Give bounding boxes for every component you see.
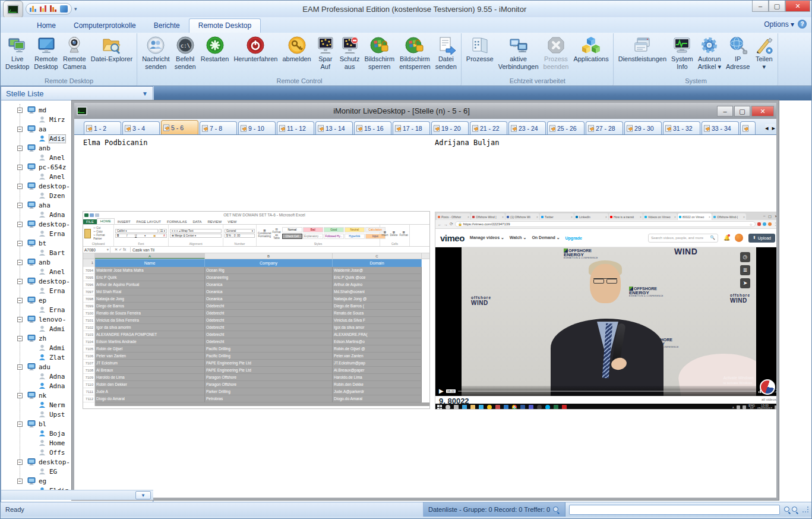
font-style-buttons[interactable]: BIU▾▣A	[115, 234, 167, 238]
notifications-bell-icon[interactable]: 🔔	[723, 235, 729, 241]
browser-reload-icon[interactable]: ⟳	[450, 222, 453, 227]
browser-tab-posts-offshor[interactable]: Posts - Offshor×	[437, 213, 470, 220]
desktop-pair-tab-3-4[interactable]: 3 - 4	[122, 121, 160, 134]
browser-tab-80022-on-vimeo[interactable]: 80022 on Vimeo×	[678, 213, 712, 220]
expand-collapse-icon[interactable]: −	[17, 146, 23, 151]
ribbon-button-spar-auf[interactable]: Spar Auf	[314, 34, 337, 71]
expand-collapse-icon[interactable]: −	[17, 479, 23, 484]
tab-home[interactable]: Home	[28, 19, 65, 33]
taskbar-task-view-icon[interactable]	[454, 405, 459, 410]
excel-data-row[interactable]: 7100Renato de Souza FerreiraOdebrechtRen…	[83, 310, 429, 317]
tab-close-icon[interactable]: ×	[467, 215, 469, 219]
ribbon-button-ip-adresse[interactable]: IP Adresse	[723, 34, 752, 71]
expand-collapse-icon[interactable]: −	[17, 317, 23, 322]
taskbar-chrome-icon[interactable]	[512, 405, 517, 410]
sidebar-scroll-down-icon[interactable]: ▼	[135, 491, 151, 499]
desktop-pair-tab-1-2[interactable]: 1 - 2	[84, 121, 121, 134]
desktop-pair-tab-partial[interactable]	[740, 121, 756, 134]
excel-column-b[interactable]: B	[205, 253, 333, 259]
font-size-select[interactable]: 11 ▾	[159, 229, 167, 233]
ribbon-button-aktive-verbindungen[interactable]: aktive Verbindungen	[496, 34, 541, 71]
tabs-scroll-right-icon[interactable]: ▸	[772, 124, 775, 132]
browser-tab-1-offshore-wi[interactable]: (1) Offshore Wi×	[505, 213, 539, 220]
video-title[interactable]: 9. 80022	[439, 397, 469, 404]
format-button[interactable]: ▦Format	[400, 231, 408, 237]
desktop-pair-tab-13-14[interactable]: 13 - 14	[315, 121, 353, 134]
ribbon-button-bildschirm-sperren[interactable]: Bildschirm sperren	[362, 34, 397, 71]
taskbar-skype-icon[interactable]	[545, 405, 550, 410]
vimeo-logo[interactable]: vimeo	[440, 233, 465, 243]
excel-data-row[interactable]: 7107JT EckstrumPAPE Engineering Pte LtdJ…	[83, 360, 429, 367]
taskbar-file-explorer-icon[interactable]	[470, 405, 475, 410]
remote-window-controls[interactable]: –▢✕	[761, 214, 776, 220]
tab-close-icon[interactable]: ×	[536, 215, 538, 219]
conditional-formatting-button[interactable]: ▦Conditional Formatting	[258, 229, 271, 238]
desktop-pair-tab-23-24[interactable]: 23 - 24	[508, 121, 546, 134]
excel-tab-data[interactable]: DATA	[189, 219, 204, 224]
taskbar-store-icon[interactable]	[479, 405, 484, 410]
expand-collapse-icon[interactable]: −	[17, 260, 23, 265]
tab-close-icon[interactable]: ×	[640, 215, 642, 219]
livedesktop-minimize-button[interactable]: –	[717, 106, 733, 117]
ribbon-button-autorun-artikel[interactable]: Autorun Artikel ▾	[696, 34, 723, 71]
expand-collapse-icon[interactable]: −	[17, 222, 23, 227]
excel-data-row[interactable]: 7103ALEXANDRE FRAGA POMPONETOdebrechtALE…	[83, 331, 429, 338]
desktop-pair-tab-33-34[interactable]: 33 - 34	[702, 121, 739, 134]
ribbon-button-datei-senden[interactable]: Datei senden	[433, 34, 459, 71]
desktop-pair-tab-21-22[interactable]: 21 - 22	[470, 121, 507, 134]
excel-row-number[interactable]: 1	[83, 259, 95, 267]
tab-close-icon[interactable]: ×	[571, 215, 573, 219]
excel-data-row[interactable]: 7096Arthur de Aquino PontualOceanicaArth…	[83, 281, 429, 288]
tab-close-icon[interactable]: ×	[709, 215, 710, 219]
taskbar-start-icon[interactable]	[437, 405, 442, 410]
excel-column-c[interactable]: C	[333, 253, 422, 259]
desktop-pair-tab-19-20[interactable]: 19 - 20	[431, 121, 469, 134]
app-logo-icon[interactable]	[3, 1, 23, 18]
tray-notification-icon[interactable]	[775, 405, 776, 409]
tray-volume-icon[interactable]	[743, 405, 746, 409]
desktop-pair-tab-17-18[interactable]: 17 - 18	[393, 121, 430, 134]
ribbon-button-applications[interactable]: Applications	[571, 34, 611, 71]
vimeo-nav-manage[interactable]: Manage videos ⌄	[470, 235, 504, 240]
ribbon-button-prozesse[interactable]: Prozesse	[464, 34, 496, 71]
style-chip-bad[interactable]: Bad	[303, 227, 323, 232]
excel-data-row[interactable]: 7110Robin den DekkerParagon OffshoreRobi…	[83, 381, 429, 388]
excel-data-row[interactable]: 7099Diego de BarrosOdebrechtDiego.de Bar…	[83, 303, 429, 310]
desktop-pair-tab-15-16[interactable]: 15 - 16	[354, 121, 391, 134]
livedesktop-titlebar[interactable]: iMonitor LiveDesktop - [Stelle (n) - 5 -…	[74, 103, 776, 119]
qat-chart-orange-icon[interactable]	[50, 5, 58, 12]
desktop-pair-tab-9-10[interactable]: 9 - 10	[238, 121, 276, 134]
excel-name-box[interactable]: A7080	[84, 248, 96, 252]
merge-center-button[interactable]: ⊞ Merge & Center ▾	[170, 234, 222, 238]
excel-tab-review[interactable]: REVIEW	[205, 219, 225, 224]
qat-chart-blue-icon[interactable]	[30, 5, 37, 12]
style-chip-followed-hy[interactable]: Followed Hy...	[324, 234, 344, 239]
vimeo-nav-ondemand[interactable]: On Demand ⌄	[532, 235, 560, 240]
ribbon-button-teilen[interactable]: Teilen ▾	[752, 34, 776, 71]
share-icon[interactable]: ➤	[740, 278, 750, 288]
excel-data-row[interactable]: 7112Diogo do AmaralPetrobrasDiogo.do Ama…	[83, 395, 429, 402]
options-menu[interactable]: Options ▾	[764, 20, 794, 29]
omnibox-star-icon[interactable]: ☆	[750, 222, 753, 227]
resize-grip[interactable]	[801, 505, 810, 514]
remote-screen-excel[interactable]: OET NEW DOMAIN SET TA-6 - Microsoft Exce…	[83, 211, 430, 409]
style-chip-hyperlink[interactable]: Hyperlink	[345, 234, 365, 239]
extension-pie-icon[interactable]	[760, 379, 775, 395]
minimize-button[interactable]: –	[752, 1, 769, 12]
excel-tab-page-layout[interactable]: PAGE LAYOUT	[134, 219, 164, 224]
taskbar-photos-icon[interactable]	[495, 405, 500, 410]
cell-styles-gallery[interactable]: NormalBadGoodNeutralCalculationCheck Cel…	[282, 227, 386, 240]
extension-red-icon[interactable]	[757, 222, 761, 226]
excel-tab-formulas[interactable]: FORMULAS	[164, 219, 189, 224]
excel-data-row[interactable]: 7108Al BreauxPAPE Engineering Pte LtdAl.…	[83, 367, 429, 374]
ribbon-button-system-info[interactable]: System Info	[669, 34, 696, 71]
expand-collapse-icon[interactable]: −	[17, 336, 23, 341]
excel-data-row[interactable]: 7102Igor da silva amorimOdebrechtIgor.da…	[83, 324, 429, 331]
sidebar-dropdown-icon[interactable]: ▼	[142, 90, 148, 97]
browser-tab-videos-on-vimeo[interactable]: Videos on Vimeo×	[643, 213, 677, 220]
browser-tab-how-is-a-transit[interactable]: How is a transit×	[609, 213, 643, 220]
extension-blue-icon[interactable]	[763, 222, 766, 226]
clipboard-items[interactable]: ✂ Cut✂ Copy✂ Format Painter	[93, 227, 112, 241]
expand-collapse-icon[interactable]: −	[17, 422, 23, 427]
excel-data-row[interactable]: 7105Robin de GijselPacific DrillingRobin…	[83, 345, 429, 353]
